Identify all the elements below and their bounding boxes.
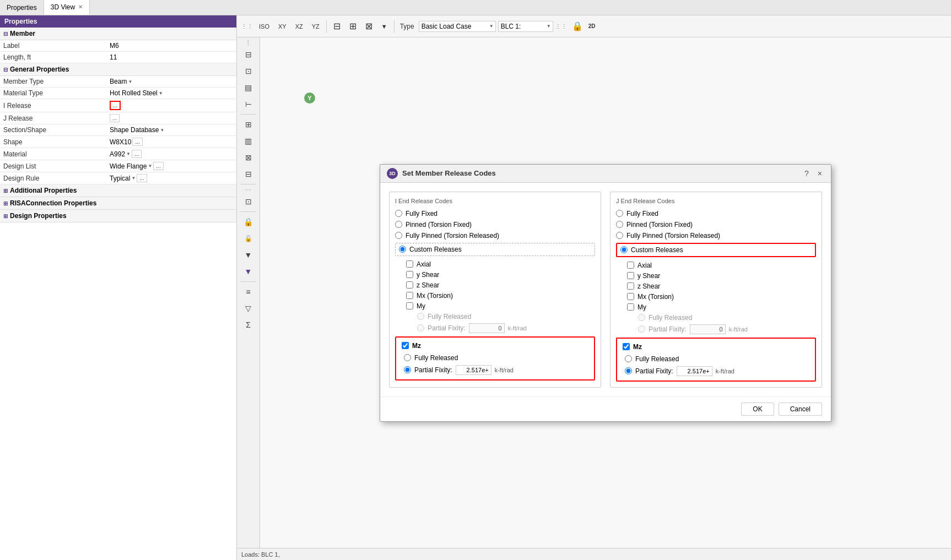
tab-3d-view-close[interactable]: ✕	[78, 4, 83, 10]
table-row: Section/Shape Shape Database ▼	[0, 124, 236, 136]
side-btn-filter3[interactable]: ▽	[240, 301, 257, 316]
j-end-pinned-torsion-fixed-option[interactable]: Pinned (Torsion Fixed)	[616, 221, 816, 229]
j-end-mz-checkbox[interactable]	[623, 343, 630, 350]
tab-properties[interactable]: Properties	[0, 0, 44, 15]
render-button-1[interactable]: ⊟	[330, 19, 344, 33]
side-btn-4[interactable]: ⊢	[240, 96, 257, 112]
section-additional-properties[interactable]: ⊞ Additional Properties	[0, 184, 236, 197]
design-rule-ellipsis-button[interactable]: ...	[137, 174, 147, 182]
cancel-button[interactable]: Cancel	[779, 403, 822, 416]
side-btn-7[interactable]: ⊠	[240, 150, 257, 165]
side-btn-filter[interactable]: ▼	[240, 247, 257, 263]
side-sep-4	[241, 281, 256, 282]
i-end-mz-fully-released-radio[interactable]	[404, 354, 411, 361]
side-btn-8[interactable]: ⊟	[240, 166, 257, 182]
side-btn-list[interactable]: ≡	[240, 284, 257, 300]
lock-icon: 🔒	[572, 21, 583, 31]
tab-3d-view-label: 3D View	[51, 3, 75, 11]
side-btn-lock[interactable]: 🔒	[240, 214, 257, 230]
view-xy-button[interactable]: XY	[275, 21, 290, 31]
side-sep-1	[241, 114, 256, 115]
table-row: Design Rule Typical ▼ ...	[0, 172, 236, 184]
i-end-fully-pinned-option[interactable]: Fully Pinned (Torsion Released)	[395, 232, 595, 240]
side-btn-filter2[interactable]: ▼	[240, 264, 257, 279]
side-btn-3[interactable]: ▤	[240, 80, 257, 95]
ok-button[interactable]: OK	[741, 403, 774, 416]
i-end-axial-checkbox[interactable]: Axial	[406, 260, 595, 268]
i-end-custom-releases-option[interactable]: Custom Releases	[395, 243, 595, 256]
side-btn-6[interactable]: ▥	[240, 133, 257, 149]
i-end-y-shear-checkbox[interactable]: y Shear	[406, 271, 595, 279]
j-end-mz-partial-value-input[interactable]	[677, 366, 712, 376]
j-end-mz-fully-released-radio[interactable]	[625, 355, 632, 362]
j-end-mz-partial-fixity-radio[interactable]	[625, 367, 632, 374]
main-toolbar: ⋮⋮ ISO XY XZ YZ ⊟ ⊞ ⊠ ▼ Type Basic Load …	[237, 15, 951, 37]
i-end-panel-title: I End Release Codes	[395, 198, 595, 204]
content-area: ··· ⊟ ⊡ ▤ ⊢ ⊞ ▥ ⊠ ⊟ ··· ⊡ 🔒 🔓 ▼ ▼ ≡	[237, 37, 951, 548]
side-btn-5[interactable]: ⊞	[240, 117, 257, 132]
tab-bar: Properties 3D View ✕	[0, 0, 951, 15]
tab-3d-view[interactable]: 3D View ✕	[44, 0, 90, 15]
i-release-ellipsis-button[interactable]: ...	[110, 101, 121, 110]
properties-header: Properties	[0, 15, 236, 28]
view-iso-button[interactable]: ISO	[256, 21, 273, 31]
material-ellipsis-button[interactable]: ...	[132, 150, 142, 158]
j-end-custom-releases-option[interactable]: Custom Releases	[616, 243, 816, 257]
j-end-mx-torsion-checkbox[interactable]: Mx (Torsion)	[627, 293, 816, 301]
type-select[interactable]: Basic Load Case Load Combination Envelop…	[419, 21, 496, 32]
risa-expand-icon: ⊞	[3, 200, 8, 206]
section-member[interactable]: ⊟ Member	[0, 28, 236, 40]
section-design-properties[interactable]: ⊞ Design Properties	[0, 210, 236, 222]
i-end-mx-torsion-checkbox[interactable]: Mx (Torsion)	[406, 292, 595, 300]
view-yz-button[interactable]: YZ	[309, 21, 323, 31]
status-bar: Loads: BLC 1,	[237, 548, 951, 560]
set-member-release-codes-dialog: 3D Set Member Release Codes ? ×	[380, 164, 831, 422]
shape-ellipsis-button[interactable]: ...	[132, 138, 142, 146]
modal-title-icon: 3D	[387, 168, 398, 179]
design-list-ellipsis-button[interactable]: ...	[153, 162, 163, 170]
modal-help-button[interactable]: ?	[802, 169, 811, 178]
side-btn-1[interactable]: ⊟	[240, 47, 257, 62]
j-end-y-shear-checkbox[interactable]: y Shear	[627, 272, 816, 280]
render-button-3[interactable]: ⊠	[362, 19, 376, 33]
i-end-z-shear-checkbox[interactable]: z Shear	[406, 281, 595, 289]
i-end-my-checkbox[interactable]: My	[406, 302, 595, 310]
render-button-4[interactable]: ▼	[378, 21, 391, 31]
general-properties-table: Member Type Beam ▼ Material Type Hot Rol…	[0, 76, 236, 184]
i-end-pinned-torsion-fixed-option[interactable]: Pinned (Torsion Fixed)	[395, 221, 595, 229]
j-end-fully-pinned-option[interactable]: Fully Pinned (Torsion Released)	[616, 232, 816, 240]
j-end-mz-section: Mz Fully Released	[616, 338, 816, 382]
i-end-radio-group: Fully Fixed Pinned (Torsion Fixed) Fully…	[395, 210, 595, 256]
side-sep-2	[241, 184, 256, 184]
modal-overlay: 3D Set Member Release Codes ? ×	[260, 37, 951, 548]
i-end-partial-fixity-input[interactable]	[469, 323, 505, 333]
side-btn-2[interactable]: ⊡	[240, 63, 257, 79]
blc-select[interactable]: BLC 1:	[498, 21, 553, 32]
j-end-axial-checkbox[interactable]: Axial	[627, 262, 816, 269]
main-layout: Properties ⊟ Member Label M6 Length, ft …	[0, 15, 951, 560]
render-button-2[interactable]: ⊞	[346, 19, 360, 33]
table-row: Design List Wide Flange ▼ ...	[0, 160, 236, 172]
i-end-mz-checkbox[interactable]	[402, 342, 409, 349]
side-btn-cut[interactable]: ⊡	[240, 194, 257, 209]
side-sep-3	[241, 211, 256, 212]
i-end-fully-fixed-option[interactable]: Fully Fixed	[395, 210, 595, 218]
i-end-release-panel: I End Release Codes Fully Fixed	[389, 192, 601, 388]
side-btn-sigma[interactable]: Σ	[240, 317, 257, 333]
side-btn-lock2[interactable]: 🔓	[240, 231, 257, 246]
i-end-mz-partial-value-input[interactable]	[456, 365, 491, 375]
j-end-z-shear-checkbox[interactable]: z Shear	[627, 282, 816, 290]
section-risa-connection-properties[interactable]: ⊞ RISAConnection Properties	[0, 197, 236, 210]
j-release-ellipsis-button[interactable]: ...	[110, 114, 120, 122]
view-xz-button[interactable]: XZ	[292, 21, 306, 31]
i-end-mz-partial-fixity-radio[interactable]	[404, 366, 411, 373]
type-select-wrap: Basic Load Case Load Combination Envelop…	[419, 21, 496, 32]
section-general-properties[interactable]: ⊟ General Properties	[0, 63, 236, 76]
j-end-my-checkbox[interactable]: My	[627, 303, 816, 311]
modal-close-button[interactable]: ×	[815, 169, 824, 178]
table-row: Length, ft 11	[0, 52, 236, 63]
i-end-mz-section: Mz Fully Released	[395, 336, 595, 380]
j-end-fully-fixed-option[interactable]: Fully Fixed	[616, 210, 816, 218]
2d-button[interactable]: 2D	[585, 21, 599, 31]
j-end-partial-fixity-input[interactable]	[690, 324, 726, 334]
